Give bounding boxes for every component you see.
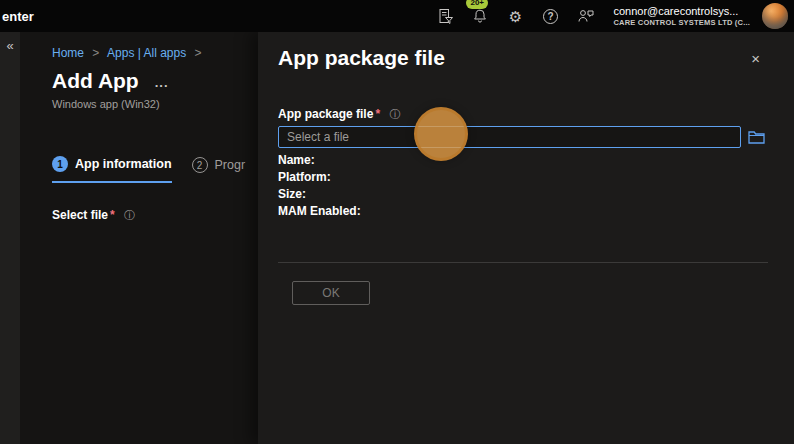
top-bar-actions: 20+ ⚙ ? connor@carecontrolsys — [430, 1, 788, 31]
gear-icon: ⚙ — [509, 9, 522, 24]
account-email: connor@carecontrolsys... — [613, 5, 750, 18]
sidebar-collapse-button[interactable]: « — [0, 32, 20, 59]
info-icon: ⓘ — [124, 209, 135, 221]
notifications-button[interactable]: 20+ — [465, 1, 495, 31]
detail-platform: Platform: — [278, 169, 768, 186]
account-info[interactable]: connor@carecontrolsys... CARE CONTROL SY… — [613, 5, 750, 27]
top-bar: enter 20+ ⚙ ? — [0, 0, 794, 32]
detail-size: Size: — [278, 186, 768, 203]
folder-icon — [748, 130, 765, 144]
step-number-badge: 2 — [192, 157, 208, 173]
feedback-person-icon — [577, 8, 594, 24]
step-label: App information — [75, 157, 172, 171]
page-subtitle: Windows app (Win32) — [52, 98, 258, 110]
step-number-badge: 1 — [52, 156, 68, 172]
file-picker-row — [278, 126, 768, 148]
close-panel-button[interactable]: × — [743, 46, 768, 71]
help-button[interactable]: ? — [535, 1, 565, 31]
document-filter-icon — [437, 8, 453, 24]
help-icon: ? — [543, 9, 558, 24]
breadcrumb-all-apps-link[interactable]: Apps | All apps — [107, 46, 186, 60]
step-tab-program[interactable]: 2 Progr — [192, 156, 246, 183]
page-title-row: Add App ... — [52, 69, 258, 93]
release-notes-filter-button[interactable] — [430, 1, 460, 31]
panel-divider — [278, 262, 768, 263]
breadcrumb-home-link[interactable]: Home — [52, 46, 84, 60]
browse-file-button[interactable] — [744, 126, 768, 148]
app-package-file-field-label: App package file* ⓘ — [278, 107, 768, 122]
select-file-label: Select file — [52, 208, 108, 222]
collapsed-sidebar: « — [0, 32, 20, 444]
select-file-field-label: Select file* ⓘ — [52, 208, 258, 223]
step-tab-app-information[interactable]: 1 App information — [52, 156, 172, 183]
notification-count-badge: 20+ — [466, 0, 488, 9]
required-asterisk: * — [110, 208, 115, 222]
feedback-button[interactable] — [570, 1, 600, 31]
required-asterisk: * — [375, 107, 380, 121]
intune-admin-center-window: enter 20+ ⚙ ? — [0, 0, 794, 444]
step-label: Progr — [215, 158, 246, 172]
page-title: Add App — [52, 69, 139, 93]
add-app-page: Home > Apps | All apps > Add App ... Win… — [20, 32, 258, 444]
file-details: Name: Platform: Size: MAM Enabled: — [278, 152, 768, 220]
field-label: App package file — [278, 107, 373, 121]
info-icon: ⓘ — [389, 108, 400, 120]
panel-title: App package file — [278, 46, 445, 70]
detail-mam-enabled: MAM Enabled: — [278, 203, 768, 220]
wizard-steps: 1 App information 2 Progr — [52, 156, 258, 183]
app-package-file-panel: App package file × App package file* ⓘ N… — [258, 32, 794, 444]
settings-button[interactable]: ⚙ — [500, 1, 530, 31]
breadcrumb-separator: > — [195, 46, 202, 60]
app-package-file-input[interactable] — [278, 126, 741, 148]
close-icon: × — [751, 50, 760, 67]
bell-icon — [472, 8, 488, 24]
app-title-partial: enter — [2, 9, 34, 24]
ok-button[interactable]: OK — [292, 281, 370, 305]
user-avatar[interactable] — [762, 3, 788, 29]
panel-header: App package file × — [278, 46, 768, 71]
account-tenant: CARE CONTROL SYSTEMS LTD (C... — [613, 18, 750, 27]
breadcrumb: Home > Apps | All apps > — [52, 46, 258, 60]
detail-name: Name: — [278, 152, 768, 169]
more-options-button[interactable]: ... — [155, 75, 169, 93]
breadcrumb-separator: > — [92, 46, 99, 60]
